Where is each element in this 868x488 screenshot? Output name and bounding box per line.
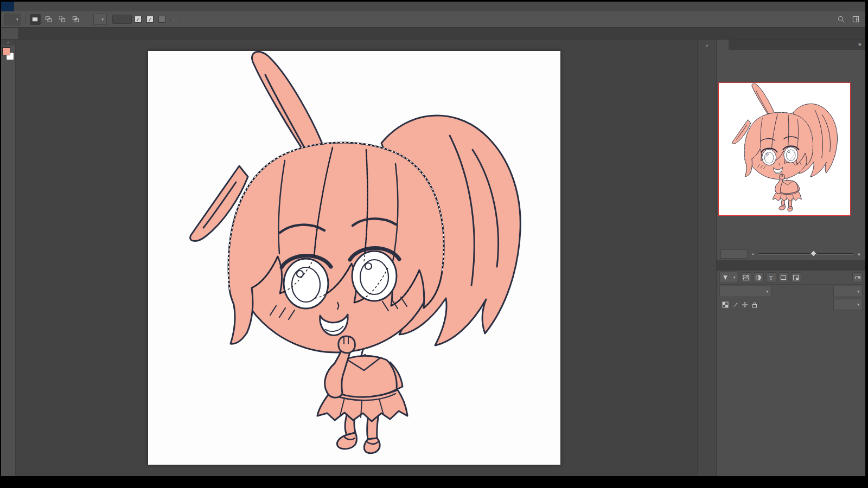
dock-expand-icon[interactable]: « (705, 43, 708, 48)
intersect-selection-mode-button[interactable] (71, 14, 81, 25)
layers-panel-tabs (717, 260, 865, 271)
document-tab-bar (1, 28, 865, 40)
options-bar-right (837, 15, 862, 23)
chevron-down-icon: ▾ (102, 17, 104, 22)
add-to-selection-mode-button[interactable] (43, 14, 54, 25)
chevron-down-icon: ▾ (857, 303, 859, 307)
chevron-down-icon: ▾ (857, 290, 859, 294)
chevron-down-icon: ▾ (766, 290, 768, 294)
filter-type-layers-icon[interactable]: T (766, 272, 776, 282)
zoom-out-icon[interactable]: ▲ (751, 252, 755, 255)
canvas-area[interactable] (16, 40, 697, 476)
chevron-down-icon: ▾ (16, 17, 18, 22)
navigator-zoom-value[interactable] (720, 249, 748, 259)
layer-filter-dropdown[interactable]: ▾ (719, 272, 739, 283)
blend-mode-row: ▾ ▾ (717, 285, 865, 298)
lock-row: ▾ (717, 298, 865, 311)
antialias-checkbox[interactable]: ✓ (135, 16, 144, 23)
artwork-chibi-bunny-girl (148, 51, 560, 465)
layers-list (717, 311, 865, 476)
zoom-in-icon[interactable]: ▲ (857, 251, 861, 256)
color-swatches[interactable] (2, 47, 14, 60)
layer-filter-row: ▾ T (717, 271, 865, 285)
navigator-header: ≡ (717, 40, 865, 50)
tools-panel: » (1, 40, 16, 476)
checkbox-checked-icon: ✓ (146, 16, 154, 23)
navigator-body (717, 50, 865, 247)
filter-toggle-icon[interactable] (852, 272, 863, 282)
panel-menu-icon[interactable]: ≡ (854, 40, 865, 50)
new-selection-mode-button[interactable] (30, 14, 41, 25)
filter-shape-layers-icon[interactable] (778, 272, 789, 282)
fill-value-dropdown[interactable]: ▾ (833, 299, 863, 310)
tolerance-input[interactable] (112, 15, 132, 24)
blend-mode-dropdown[interactable]: ▾ (719, 286, 771, 297)
workspace-icon[interactable] (852, 15, 860, 23)
filter-pixel-layers-icon[interactable] (741, 272, 751, 282)
document-canvas[interactable] (148, 51, 560, 465)
panel-column: ≡ ▲ ▲ (716, 40, 865, 476)
navigator-zoom-row: ▲ ▲ (717, 247, 865, 260)
magic-wand-icon (7, 15, 15, 24)
opacity-value-dropdown[interactable]: ▾ (833, 286, 863, 297)
navigator-thumbnail (719, 83, 850, 215)
separator (25, 15, 25, 24)
filter-smart-objects-icon[interactable] (791, 272, 801, 282)
sample-size-dropdown[interactable]: ▾ (93, 14, 107, 25)
foreground-color-swatch[interactable] (2, 47, 10, 55)
toolbar-collapse-icon[interactable]: » (1, 40, 15, 46)
workspace: » « ≡ (1, 40, 865, 476)
lock-position-icon[interactable] (741, 300, 749, 309)
contiguous-checkbox[interactable]: ✓ (146, 16, 156, 23)
lock-all-icon[interactable] (750, 300, 758, 309)
photoshop-logo (1, 2, 14, 11)
navigator-zoom-slider[interactable] (758, 253, 853, 255)
chevron-down-icon: ▾ (733, 275, 736, 280)
application-frame: ▾ ▾ ✓ (1, 2, 865, 476)
checkbox-unchecked-icon: ✓ (158, 16, 165, 23)
menu-bar (1, 2, 865, 11)
filter-funnel-icon (723, 275, 728, 280)
select-and-mask-button[interactable] (170, 18, 180, 21)
lock-image-icon[interactable] (731, 300, 739, 309)
search-icon[interactable] (837, 15, 845, 23)
navigator-panel: ≡ ▲ ▲ (717, 40, 865, 260)
sample-all-layers-checkbox[interactable]: ✓ (158, 16, 168, 23)
navigator-proxy-view[interactable] (718, 82, 851, 216)
separator (86, 15, 86, 24)
tool-preset-picker[interactable]: ▾ (4, 14, 21, 25)
svg-text:T: T (769, 274, 773, 280)
layers-panel: ▾ T (717, 260, 865, 476)
lock-transparency-icon[interactable] (721, 300, 729, 309)
document-tab[interactable] (1, 28, 19, 39)
tab-navigator[interactable] (717, 40, 729, 50)
slider-knob[interactable] (810, 250, 818, 257)
photoshop-window: ▾ ▾ ✓ (0, 0, 868, 488)
filter-adjustment-layers-icon[interactable] (754, 272, 764, 282)
checkbox-checked-icon: ✓ (135, 16, 142, 23)
subtract-from-selection-mode-button[interactable] (57, 14, 68, 25)
collapsed-panels-dock: « (697, 40, 716, 476)
options-bar: ▾ ▾ ✓ (1, 11, 865, 28)
